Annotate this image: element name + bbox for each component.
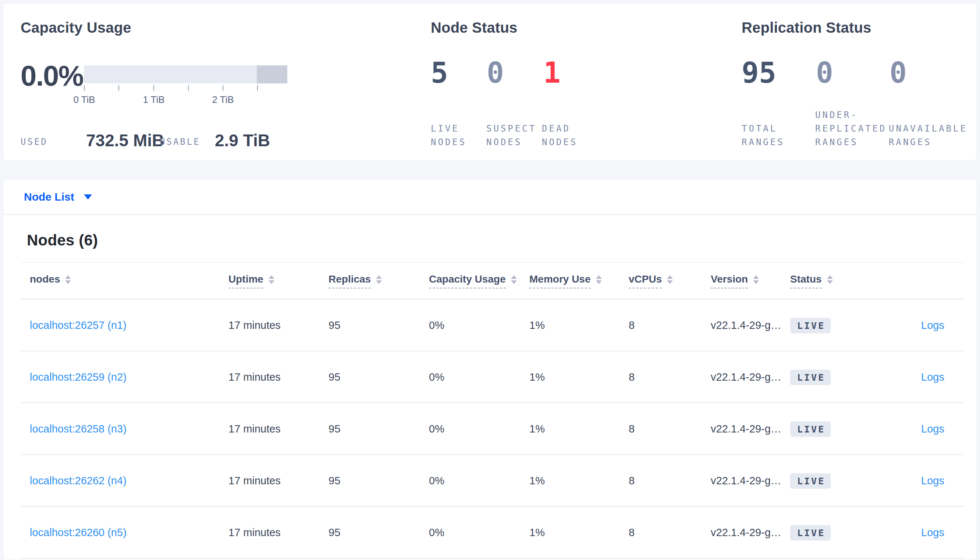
node-list-dropdown[interactable]: Node List — [3, 179, 977, 215]
sort-icon[interactable] — [596, 275, 602, 284]
capacity-usage-summary: USED 732.5 MiB USABLE 2.9 TiB — [21, 130, 425, 152]
axis-tick — [119, 85, 119, 91]
nodes-section-title: Nodes (6) — [27, 232, 98, 249]
sort-icon[interactable] — [269, 275, 274, 284]
column-header-memory-use[interactable]: Memory Use — [529, 273, 629, 288]
replication-status-title: Replication Status — [742, 20, 871, 36]
column-header-version[interactable]: Version — [711, 273, 790, 288]
capacity-axis-ticks — [84, 85, 287, 91]
uptime-cell: 17 minutes — [228, 527, 328, 539]
vcpus-cell: 8 — [629, 475, 711, 487]
status-cell: LIVE — [790, 422, 860, 437]
chevron-down-icon — [84, 194, 92, 200]
memory-cell: 1% — [529, 371, 629, 383]
memory-cell: 1% — [529, 423, 629, 435]
column-header-nodes[interactable]: nodes — [30, 273, 228, 288]
version-cell: v22.1.4-29-g… — [711, 371, 790, 383]
under-replicated-ranges-label: UNDER- REPLICATED RANGES — [815, 108, 887, 149]
capacity-cell: 0% — [429, 319, 529, 332]
vcpus-cell: 8 — [629, 527, 711, 539]
node-status-title: Node Status — [431, 20, 518, 36]
axis-tick-label: 0 TiB — [62, 94, 106, 105]
replicas-cell: 95 — [328, 423, 429, 435]
sort-icon[interactable] — [376, 275, 382, 284]
status-badge: LIVE — [790, 422, 831, 437]
capacity-usage-panel: Capacity Usage 0.0% 0 TiB 1 TiB 2 TiB US… — [21, 3, 425, 160]
version-cell: v22.1.4-29-g… — [711, 475, 790, 487]
table-row: localhost:26260 (n5) 17 minutes 95 0% 1%… — [3, 507, 977, 558]
usable-label: USABLE — [160, 137, 201, 147]
logs-link[interactable]: Logs — [921, 475, 977, 487]
capacity-bar-chart: 0 TiB 1 TiB 2 TiB — [84, 65, 312, 83]
column-header-uptime[interactable]: Uptime — [228, 273, 328, 288]
logs-link[interactable]: Logs — [921, 319, 977, 332]
total-ranges-value: 95 — [742, 58, 776, 87]
used-label: USED — [21, 137, 48, 147]
logs-link[interactable]: Logs — [921, 527, 977, 539]
status-cell: LIVE — [790, 525, 860, 540]
capacity-usage-title: Capacity Usage — [21, 20, 131, 36]
node-link[interactable]: localhost:26258 (n3) — [30, 423, 228, 435]
capacity-cell: 0% — [429, 527, 529, 539]
uptime-cell: 17 minutes — [228, 319, 328, 332]
axis-tick — [188, 85, 189, 91]
version-cell: v22.1.4-29-g… — [711, 423, 790, 435]
node-list-card: Node List Nodes (6) nodes Uptime Replica… — [3, 179, 977, 560]
capacity-cell: 0% — [429, 371, 529, 383]
nodes-table-header: nodes Uptime Replicas Capacity Usage Mem… — [3, 263, 977, 299]
memory-cell: 1% — [529, 527, 629, 539]
vcpus-cell: 8 — [629, 423, 711, 435]
sort-icon[interactable] — [511, 275, 517, 284]
replicas-cell: 95 — [328, 319, 429, 332]
table-row: localhost:26259 (n2) 17 minutes 95 0% 1%… — [3, 351, 977, 403]
sort-icon[interactable] — [65, 275, 71, 284]
logs-link[interactable]: Logs — [921, 423, 977, 435]
sort-icon[interactable] — [667, 275, 673, 284]
axis-tick — [84, 85, 85, 91]
live-nodes-label: LIVE NODES — [431, 122, 467, 149]
dead-nodes-value: 1 — [544, 58, 560, 87]
version-cell: v22.1.4-29-g… — [711, 319, 790, 332]
status-badge: LIVE — [790, 473, 831, 489]
column-header-status[interactable]: Status — [790, 273, 860, 288]
vcpus-cell: 8 — [629, 371, 711, 383]
logs-link[interactable]: Logs — [921, 371, 977, 383]
node-status-panel: Node Status 5 0 1 LIVE NODES SUSPECT NOD… — [428, 3, 737, 160]
total-ranges-label: TOTAL RANGES — [742, 122, 785, 149]
suspect-nodes-label: SUSPECT NODES — [486, 122, 536, 149]
column-header-vcpus[interactable]: vCPUs — [629, 273, 711, 288]
dead-nodes-label: DEAD NODES — [542, 122, 577, 149]
node-link[interactable]: localhost:26259 (n2) — [30, 371, 228, 383]
replicas-cell: 95 — [328, 475, 429, 487]
replication-status-panel: Replication Status 95 0 0 TOTAL RANGES U… — [739, 3, 977, 160]
sort-icon[interactable] — [753, 275, 759, 284]
column-header-replicas[interactable]: Replicas — [328, 273, 429, 288]
version-cell: v22.1.4-29-g… — [711, 527, 790, 539]
status-cell: LIVE — [790, 473, 860, 489]
nodes-table-body: localhost:26257 (n1) 17 minutes 95 0% 1%… — [3, 300, 977, 558]
table-row: localhost:26257 (n1) 17 minutes 95 0% 1%… — [3, 300, 977, 351]
column-header-capacity-usage[interactable]: Capacity Usage — [429, 273, 529, 288]
table-row: localhost:26258 (n3) 17 minutes 95 0% 1%… — [3, 403, 977, 455]
axis-tick — [222, 85, 223, 91]
node-link[interactable]: localhost:26260 (n5) — [30, 527, 228, 539]
uptime-cell: 17 minutes — [228, 475, 328, 487]
node-link[interactable]: localhost:26257 (n1) — [30, 319, 228, 332]
node-list-dropdown-label[interactable]: Node List — [24, 191, 74, 203]
used-value: 732.5 MiB — [86, 130, 164, 150]
vcpus-cell: 8 — [629, 319, 711, 332]
axis-tick-label: 1 TiB — [132, 94, 176, 105]
unavailable-ranges-label: UNAVAILABLE RANGES — [889, 122, 968, 149]
capacity-bar-reserved-segment — [257, 65, 287, 83]
uptime-cell: 17 minutes — [228, 423, 328, 435]
cluster-summary-card: Capacity Usage 0.0% 0 TiB 1 TiB 2 TiB US… — [3, 3, 977, 161]
axis-tick-label: 2 TiB — [201, 94, 245, 105]
sort-icon[interactable] — [827, 275, 833, 284]
status-cell: LIVE — [790, 318, 860, 333]
node-link[interactable]: localhost:26262 (n4) — [30, 475, 228, 487]
under-replicated-ranges-value: 0 — [816, 58, 833, 87]
status-cell: LIVE — [790, 370, 860, 385]
memory-cell: 1% — [529, 475, 629, 487]
memory-cell: 1% — [529, 319, 629, 332]
axis-tick — [154, 85, 154, 91]
